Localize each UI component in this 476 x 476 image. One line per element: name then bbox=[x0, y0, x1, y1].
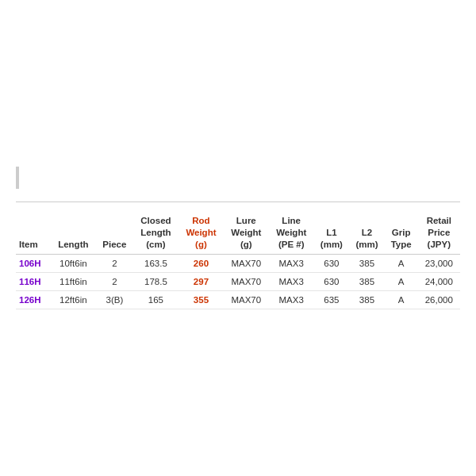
cell-closed_length: 165 bbox=[133, 290, 178, 309]
cell-lure_weight: MAX70 bbox=[224, 290, 269, 309]
col-header-piece: Piece bbox=[96, 212, 133, 254]
cell-length: 12ft6in bbox=[51, 290, 96, 309]
table-row: 106H10ft6in2163.5260MAX70MAX3630385A23,0… bbox=[16, 254, 460, 272]
col-header-retail_price: RetailPrice(JPY) bbox=[418, 212, 460, 254]
cell-piece: 2 bbox=[96, 272, 133, 290]
cell-grip_type: A bbox=[385, 254, 418, 272]
cell-grip_type: A bbox=[385, 272, 418, 290]
cell-retail_price: 26,000 bbox=[418, 290, 460, 309]
page-container: ItemLengthPieceClosedLength(cm)RodWeight… bbox=[0, 0, 476, 476]
col-header-lure_weight: LureWeight(g) bbox=[224, 212, 269, 254]
cell-piece: 3(B) bbox=[96, 290, 133, 309]
col-header-l1: L1(mm) bbox=[314, 212, 350, 254]
cell-retail_price: 23,000 bbox=[418, 254, 460, 272]
cell-rod_weight: 297 bbox=[178, 272, 224, 290]
cell-lure_weight: MAX70 bbox=[224, 272, 269, 290]
cell-line_weight: MAX3 bbox=[269, 254, 314, 272]
cell-l1: 630 bbox=[314, 272, 350, 290]
cell-l1: 630 bbox=[314, 254, 350, 272]
cell-l2: 385 bbox=[349, 272, 385, 290]
col-header-rod_weight: RodWeight(g) bbox=[178, 212, 224, 254]
cell-item: 126H bbox=[16, 290, 51, 309]
table-row: 126H12ft6in3(B)165355MAX70MAX3635385A26,… bbox=[16, 290, 460, 309]
col-header-grip_type: GripType bbox=[385, 212, 418, 254]
table-header-row: ItemLengthPieceClosedLength(cm)RodWeight… bbox=[16, 212, 460, 254]
sizes-table: ItemLengthPieceClosedLength(cm)RodWeight… bbox=[16, 212, 460, 309]
cell-line_weight: MAX3 bbox=[269, 272, 314, 290]
cell-retail_price: 24,000 bbox=[418, 272, 460, 290]
col-header-line_weight: LineWeight(PE #) bbox=[269, 212, 314, 254]
col-header-length: Length bbox=[51, 212, 96, 254]
cell-rod_weight: 355 bbox=[178, 290, 224, 309]
col-header-closed_length: ClosedLength(cm) bbox=[133, 212, 178, 254]
cell-grip_type: A bbox=[385, 290, 418, 309]
table-body: 106H10ft6in2163.5260MAX70MAX3630385A23,0… bbox=[16, 254, 460, 309]
cell-length: 11ft6in bbox=[51, 272, 96, 290]
cell-piece: 2 bbox=[96, 254, 133, 272]
cell-lure_weight: MAX70 bbox=[224, 254, 269, 272]
divider bbox=[16, 202, 460, 202]
cell-l2: 385 bbox=[349, 254, 385, 272]
section-title-wrapper bbox=[16, 167, 460, 189]
cell-length: 10ft6in bbox=[51, 254, 96, 272]
col-header-l2: L2(mm) bbox=[349, 212, 385, 254]
cell-l2: 385 bbox=[349, 290, 385, 309]
cell-line_weight: MAX3 bbox=[269, 290, 314, 309]
content-area: ItemLengthPieceClosedLength(cm)RodWeight… bbox=[16, 151, 460, 325]
cell-item: 106H bbox=[16, 254, 51, 272]
table-row: 116H11ft6in2178.5297MAX70MAX3630385A24,0… bbox=[16, 272, 460, 290]
cell-l1: 635 bbox=[314, 290, 350, 309]
cell-item: 116H bbox=[16, 272, 51, 290]
col-header-item: Item bbox=[16, 212, 51, 254]
cell-closed_length: 163.5 bbox=[133, 254, 178, 272]
cell-rod_weight: 260 bbox=[178, 254, 224, 272]
title-bar-accent bbox=[16, 167, 19, 189]
cell-closed_length: 178.5 bbox=[133, 272, 178, 290]
